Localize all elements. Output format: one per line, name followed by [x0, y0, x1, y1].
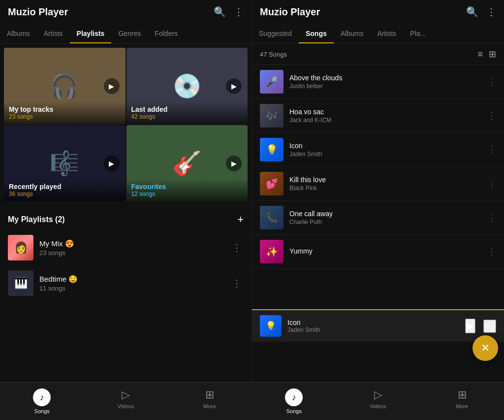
tab-playlists[interactable]: Playlists: [70, 24, 112, 43]
song-info-3: Icon Jaden Smith: [289, 142, 481, 158]
list-item[interactable]: 👩 My Mix 😍 23 songs ⋮: [0, 230, 252, 265]
my-mix-songs: 23 songs: [39, 249, 224, 257]
top-tracks-count: 23 songs: [9, 113, 121, 120]
add-playlist-button[interactable]: +: [237, 213, 244, 226]
recently-played-name: Recently played: [9, 183, 121, 191]
song-thumb-1: 🎤: [260, 70, 284, 94]
play-pause-button[interactable]: ▶: [465, 319, 475, 333]
top-tracks-play[interactable]: ▶: [104, 78, 120, 94]
right-nav-videos[interactable]: ▷ Videos: [336, 387, 420, 416]
songs-nav-icon: ♪: [33, 388, 51, 406]
song-title-2: Hoa vo sac: [289, 108, 481, 116]
list-item[interactable]: 📞 One call away Charlie Puth ⋮: [252, 201, 504, 235]
list-item[interactable]: ✨ Yummy ⋮: [252, 235, 504, 269]
right-tab-songs[interactable]: Songs: [299, 24, 334, 43]
right-tab-artists[interactable]: Artists: [370, 24, 403, 43]
song-artist-4: Black Pink: [289, 185, 481, 192]
sort-icon[interactable]: ≡: [477, 49, 483, 60]
my-mix-thumb: 👩: [8, 235, 33, 260]
now-playing-controls: ▶ ≡♪: [465, 319, 496, 333]
left-header-icons: 🔍 ⋮: [214, 6, 244, 18]
right-search-button[interactable]: 🔍: [466, 6, 478, 18]
now-playing-artist: Jaden Smith: [287, 326, 459, 333]
last-added-play[interactable]: ▶: [226, 78, 242, 94]
song-info-2: Hoa vo sac Jack and K-ICM: [289, 108, 481, 124]
song-artist-3: Jaden Smith: [289, 151, 481, 158]
featured-playlists: 🎧 My top tracks 23 songs ▶ 💿 Last added …: [0, 44, 252, 205]
right-songs-nav-icon: ♪: [285, 388, 303, 406]
right-videos-nav-icon: ▷: [374, 388, 382, 401]
playlist-card-last-added[interactable]: 💿 Last added 42 songs ▶: [126, 48, 248, 124]
recently-played-play[interactable]: ▶: [104, 156, 120, 171]
song-more-2[interactable]: ⋮: [487, 110, 496, 121]
tab-artists[interactable]: Artists: [37, 24, 70, 43]
now-playing-info: Icon Jaden Smith: [287, 319, 459, 333]
right-tab-pla[interactable]: Pla...: [403, 24, 433, 43]
song-info-6: Yummy: [289, 247, 481, 256]
favourites-count: 12 songs: [131, 191, 243, 197]
my-mix-name: My Mix 😍: [39, 239, 224, 248]
song-title-3: Icon: [289, 142, 481, 150]
queue-button[interactable]: ≡♪: [483, 320, 496, 333]
now-playing-thumb: 💡: [260, 315, 282, 337]
right-more-nav-icon: ⊞: [458, 388, 467, 401]
left-menu-button[interactable]: ⋮: [234, 6, 244, 18]
tab-folders[interactable]: Folders: [148, 24, 185, 43]
right-header: Muzio Player 🔍 ⋮: [252, 0, 504, 24]
my-playlists-title: My Playlists (2): [8, 215, 65, 224]
playlist-card-top-tracks[interactable]: 🎧 My top tracks 23 songs ▶: [4, 48, 126, 124]
left-panel: Muzio Player 🔍 ⋮ Albums Artists Playlist…: [0, 0, 252, 420]
grid-view-icon[interactable]: ⊞: [489, 49, 496, 60]
left-nav-more[interactable]: ⊞ More: [168, 387, 252, 416]
my-playlists-header: My Playlists (2) +: [0, 205, 252, 230]
list-item[interactable]: 🎤 Above the clouds Justin beiber ⋮: [252, 65, 504, 99]
playlist-card-favourites[interactable]: 🎸 Favourites 12 songs ▶: [126, 125, 248, 201]
now-playing-bar: 💡 Icon Jaden Smith ▶ ≡♪: [252, 309, 504, 342]
left-nav-songs[interactable]: ♪ Songs: [0, 387, 84, 416]
song-more-1[interactable]: ⋮: [487, 76, 496, 87]
list-item[interactable]: 💕 Kill this love Black Pink ⋮: [252, 167, 504, 201]
right-nav-songs[interactable]: ♪ Songs: [252, 387, 336, 416]
last-added-count: 42 songs: [131, 113, 243, 120]
song-more-4[interactable]: ⋮: [487, 178, 496, 189]
recently-played-count: 36 songs: [9, 191, 121, 197]
list-item[interactable]: 🎹 Bedtime 🤤 11 songs ⋮: [0, 265, 252, 301]
left-bottom-nav: ♪ Songs ▷ Videos ⊞ More: [0, 382, 252, 420]
more-nav-label: More: [203, 403, 216, 409]
song-info-5: One call away Charlie Puth: [289, 210, 481, 226]
list-item[interactable]: 💡 Icon Jaden Smith ⋮: [252, 133, 504, 167]
videos-nav-label: Videos: [118, 403, 134, 409]
favourites-name: Favourites: [131, 183, 243, 191]
left-search-button[interactable]: 🔍: [214, 6, 226, 18]
right-header-icons: 🔍 ⋮: [466, 6, 496, 18]
my-mix-more-button[interactable]: ⋮: [230, 240, 244, 256]
song-artist-5: Charlie Puth: [289, 219, 481, 226]
bedtime-more-button[interactable]: ⋮: [230, 275, 244, 291]
song-title-1: Above the clouds: [289, 74, 481, 82]
right-tab-albums[interactable]: Albums: [334, 24, 371, 43]
list-item[interactable]: 🎶 Hoa vo sac Jack and K-ICM ⋮: [252, 99, 504, 133]
songs-count-text: 47 Songs: [260, 51, 287, 58]
more-nav-icon: ⊞: [205, 388, 214, 401]
right-menu-button[interactable]: ⋮: [486, 6, 496, 18]
favourites-play[interactable]: ▶: [226, 156, 242, 171]
song-more-5[interactable]: ⋮: [487, 212, 496, 223]
right-videos-nav-label: Videos: [370, 403, 386, 409]
view-icons: ≡ ⊞: [477, 49, 496, 60]
left-nav-videos[interactable]: ▷ Videos: [84, 387, 167, 416]
bedtime-songs: 11 songs: [39, 285, 224, 292]
shuffle-fab[interactable]: ✕: [472, 335, 498, 361]
tab-genres[interactable]: Genres: [111, 24, 148, 43]
song-thumb-5: 📞: [260, 206, 284, 229]
right-songs-nav-label: Songs: [286, 408, 302, 414]
right-nav-more[interactable]: ⊞ More: [420, 387, 504, 416]
right-tab-suggested[interactable]: Suggested: [252, 24, 299, 43]
tab-albums[interactable]: Albums: [0, 24, 37, 43]
bedtime-thumb: 🎹: [8, 270, 33, 296]
playlist-card-recently-played[interactable]: 🎼 Recently played 36 songs ▶: [4, 125, 126, 201]
song-more-6[interactable]: ⋮: [487, 246, 496, 257]
right-app-title: Muzio Player: [260, 6, 320, 18]
now-playing-title: Icon: [287, 319, 459, 326]
song-more-3[interactable]: ⋮: [487, 144, 496, 155]
song-title-5: One call away: [289, 210, 481, 218]
